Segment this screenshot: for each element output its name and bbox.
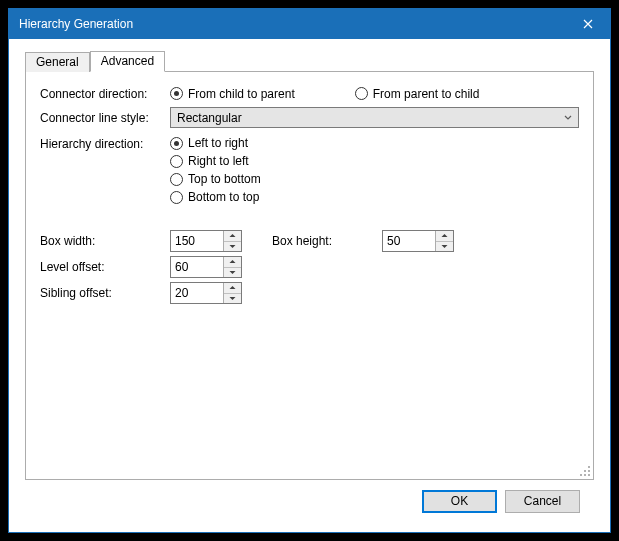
content-area: General Advanced Connector direction: Fr… [9,39,610,532]
box-width-input[interactable] [171,231,223,251]
radio-from-child-to-parent[interactable]: From child to parent [170,87,295,101]
label-connector-direction: Connector direction: [40,86,170,101]
titlebar: Hierarchy Generation [9,9,610,39]
radio-icon [170,137,183,150]
box-height-input[interactable] [383,231,435,251]
box-width-stepper[interactable] [170,230,242,252]
radio-icon [170,87,183,100]
svg-point-2 [588,470,590,472]
label-level-offset: Level offset: [40,260,170,274]
spinner-down[interactable] [436,242,453,252]
row-box-dimensions: Box width: Box height: [40,230,579,252]
window-title: Hierarchy Generation [19,17,565,31]
svg-point-3 [580,474,582,476]
resize-grip[interactable] [577,463,591,477]
spinner-down[interactable] [224,268,241,278]
label-hierarchy-direction: Hierarchy direction: [40,136,170,151]
radio-top-to-bottom[interactable]: Top to bottom [170,172,261,186]
close-icon [583,19,593,29]
svg-point-1 [584,470,586,472]
radio-label: Bottom to top [188,190,259,204]
spinner-down[interactable] [224,294,241,304]
radio-right-to-left[interactable]: Right to left [170,154,261,168]
radio-label: Top to bottom [188,172,261,186]
cancel-button[interactable]: Cancel [505,490,580,513]
svg-point-0 [588,466,590,468]
spinner-up[interactable] [224,257,241,268]
radio-icon [170,191,183,204]
svg-point-4 [584,474,586,476]
spinner-up[interactable] [436,231,453,242]
sibling-offset-stepper[interactable] [170,282,242,304]
label-sibling-offset: Sibling offset: [40,286,170,300]
level-offset-input[interactable] [171,257,223,277]
spinner-buttons [223,231,241,251]
row-level-offset: Level offset: [40,256,579,278]
label-box-height: Box height: [272,234,382,248]
spinner-buttons [223,257,241,277]
radio-from-parent-to-child[interactable]: From parent to child [355,87,480,101]
row-connector-direction: Connector direction: From child to paren… [40,86,579,101]
spinner-up[interactable] [224,231,241,242]
svg-point-5 [588,474,590,476]
radio-left-to-right[interactable]: Left to right [170,136,261,150]
spinner-up[interactable] [224,283,241,294]
sibling-offset-input[interactable] [171,283,223,303]
dialog-window: Hierarchy Generation General Advanced Co… [8,8,611,533]
label-connector-line-style: Connector line style: [40,110,170,125]
radio-label: Left to right [188,136,248,150]
radio-bottom-to-top[interactable]: Bottom to top [170,190,261,204]
radio-label: Right to left [188,154,249,168]
radio-label: From child to parent [188,87,295,101]
radio-label: From parent to child [373,87,480,101]
row-sibling-offset: Sibling offset: [40,282,579,304]
ok-button[interactable]: OK [422,490,497,513]
connector-direction-group: From child to parent From parent to chil… [170,87,479,101]
hierarchy-direction-group: Left to right Right to left Top to botto… [170,136,261,204]
tab-general[interactable]: General [25,52,90,72]
spinner-buttons [223,283,241,303]
close-button[interactable] [565,9,610,39]
dropdown-value: Rectangular [177,111,562,125]
radio-icon [170,155,183,168]
resize-grip-icon [577,463,591,477]
level-offset-stepper[interactable] [170,256,242,278]
spinner-buttons [435,231,453,251]
radio-icon [355,87,368,100]
row-connector-line-style: Connector line style: Rectangular [40,107,579,128]
tab-advanced[interactable]: Advanced [90,51,165,72]
row-hierarchy-direction: Hierarchy direction: Left to right Right… [40,136,579,204]
spinner-down[interactable] [224,242,241,252]
tabs-strip: General Advanced [25,49,594,71]
label-box-width: Box width: [40,234,170,248]
connector-line-style-dropdown[interactable]: Rectangular [170,107,579,128]
radio-icon [170,173,183,186]
box-height-stepper[interactable] [382,230,454,252]
tab-panel-advanced: Connector direction: From child to paren… [25,71,594,480]
dialog-footer: OK Cancel [25,480,594,522]
chevron-down-icon [562,114,574,122]
